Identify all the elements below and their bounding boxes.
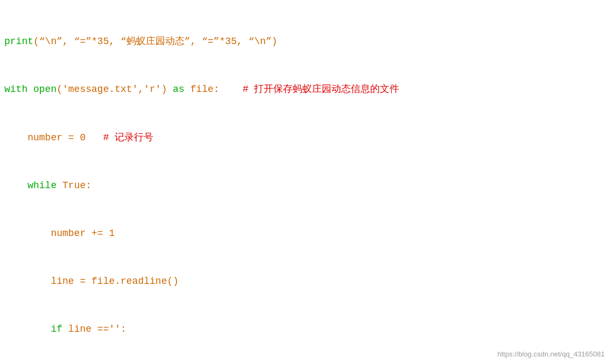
code-comment: # 打开保存蚂蚁庄园动态信息的文件	[237, 84, 399, 95]
code-token: line = file.readline()	[4, 276, 179, 287]
code-token	[4, 180, 27, 191]
code-token: as	[173, 84, 185, 95]
code-token: True:	[56, 180, 91, 191]
code-token: (“\n”, “=”*35, “蚂蚁庄园动态”, “=”*35, “\n”)	[33, 36, 278, 47]
code-line-1: print(“\n”, “=”*35, “蚂蚁庄园动态”, “=”*35, “\…	[4, 34, 605, 50]
code-token: ('message.txt','r')	[56, 84, 173, 95]
code-token: while	[27, 180, 56, 191]
code-token: file:	[185, 84, 237, 95]
code-token: print	[4, 36, 33, 47]
code-comment: # 记录行号	[103, 132, 154, 143]
code-line-7: if line =='':	[4, 322, 605, 338]
code-line-4: while True:	[4, 178, 605, 194]
code-line-6: line = file.readline()	[4, 274, 605, 290]
code-token: line =='':	[62, 324, 126, 334]
code-line-3: number = 0 # 记录行号	[4, 130, 605, 146]
code-token	[4, 324, 51, 334]
code-line-2: with open('message.txt','r') as file: # …	[4, 82, 605, 98]
code-block: print(“\n”, “=”*35, “蚂蚁庄园动态”, “=”*35, “\…	[0, 0, 609, 364]
watermark: https://blog.csdn.net/qq_43165081	[498, 348, 605, 360]
code-token: number = 0	[4, 132, 103, 143]
code-token: with open	[4, 84, 56, 95]
code-token: if	[51, 324, 62, 334]
code-token: number += 1	[4, 228, 115, 239]
code-line-5: number += 1	[4, 226, 605, 242]
